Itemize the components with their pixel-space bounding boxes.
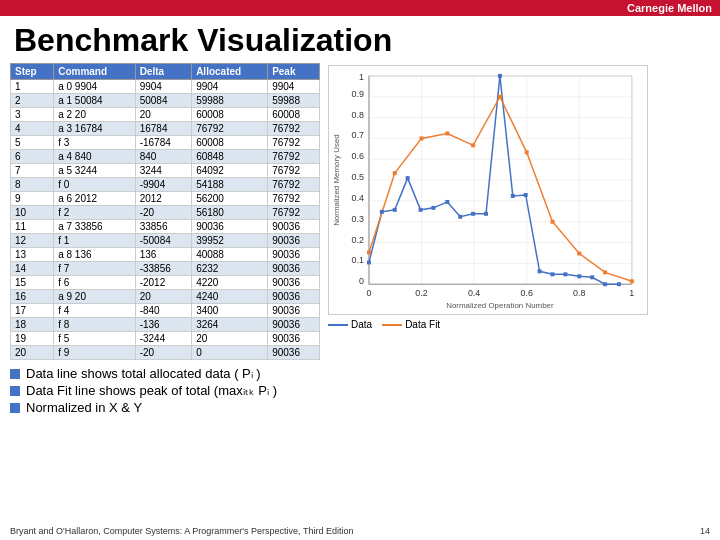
table-cell: -33856	[135, 262, 191, 276]
table-cell: 840	[135, 150, 191, 164]
table-cell: 20	[135, 290, 191, 304]
svg-rect-43	[431, 206, 435, 210]
table-cell: 3400	[192, 304, 268, 318]
table-cell: a 5 3244	[54, 164, 135, 178]
svg-rect-68	[630, 279, 634, 283]
table-row: 5f 3-167846000876792	[11, 136, 320, 150]
table-cell: 12	[11, 234, 54, 248]
table-cell: 4	[11, 122, 54, 136]
svg-text:1: 1	[359, 72, 364, 82]
bullet-text-3: Normalized in X & Y	[26, 400, 142, 415]
table-cell: 9904	[135, 80, 191, 94]
table-cell: 90036	[268, 290, 320, 304]
col-delta: Delta	[135, 64, 191, 80]
svg-rect-39	[380, 210, 384, 214]
table-cell: 18	[11, 318, 54, 332]
table-cell: 56180	[192, 206, 268, 220]
table-cell: a 6 2012	[54, 192, 135, 206]
table-row: 1a 0 9904990499049904	[11, 80, 320, 94]
table-cell: 76792	[268, 164, 320, 178]
table-cell: 9904	[192, 80, 268, 94]
svg-rect-67	[603, 270, 607, 274]
table-cell: 17	[11, 304, 54, 318]
table-cell: 59988	[192, 94, 268, 108]
table-cell: 3	[11, 108, 54, 122]
svg-text:0.4: 0.4	[352, 193, 364, 203]
svg-text:0.3: 0.3	[352, 214, 364, 224]
bullets-section: Data line shows total allocated data ( P…	[0, 360, 720, 423]
chart-svg: 0 0.1 0.2 0.3 0.4 0.5 0.6 0.7 0.8 0.9 1 …	[329, 66, 647, 314]
table-cell: 9	[11, 192, 54, 206]
svg-text:0.4: 0.4	[468, 288, 480, 298]
svg-text:0.8: 0.8	[352, 110, 364, 120]
table-cell: 20	[135, 108, 191, 122]
table-cell: 4220	[192, 276, 268, 290]
svg-text:0.7: 0.7	[352, 130, 364, 140]
table-cell: 90036	[268, 220, 320, 234]
svg-rect-46	[471, 212, 475, 216]
table-cell: 11	[11, 220, 54, 234]
svg-rect-48	[498, 74, 502, 78]
bullet-text-1: Data line shows total allocated data ( P…	[26, 366, 261, 381]
table-cell: f 6	[54, 276, 135, 290]
table-section: Step Command Delta Allocated Peak 1a 0 9…	[10, 63, 320, 360]
table-cell: 50084	[135, 94, 191, 108]
table-cell: 60008	[192, 108, 268, 122]
table-row: 7a 5 324432446409276792	[11, 164, 320, 178]
table-row: 15f 6-2012422090036	[11, 276, 320, 290]
table-cell: 13	[11, 248, 54, 262]
svg-rect-54	[577, 274, 581, 278]
table-cell: a 4 840	[54, 150, 135, 164]
col-step: Step	[11, 64, 54, 80]
svg-text:Normalized Memory Used: Normalized Memory Used	[332, 134, 341, 226]
table-row: 19f 5-32442090036	[11, 332, 320, 346]
svg-rect-38	[367, 260, 371, 264]
table-cell: -9904	[135, 178, 191, 192]
bullet-item-1: Data line shows total allocated data ( P…	[10, 366, 710, 381]
table-cell: a 2 20	[54, 108, 135, 122]
table-cell: a 0 9904	[54, 80, 135, 94]
svg-text:0.8: 0.8	[573, 288, 585, 298]
data-table: Step Command Delta Allocated Peak 1a 0 9…	[10, 63, 320, 360]
table-cell: 40088	[192, 248, 268, 262]
table-row: 18f 8-136326490036	[11, 318, 320, 332]
table-cell: f 7	[54, 262, 135, 276]
table-cell: 54188	[192, 178, 268, 192]
table-cell: 2	[11, 94, 54, 108]
table-row: 11a 7 33856338569003690036	[11, 220, 320, 234]
svg-rect-40	[393, 208, 397, 212]
table-cell: 90036	[268, 332, 320, 346]
table-cell: 90036	[268, 248, 320, 262]
table-cell: 19	[11, 332, 54, 346]
svg-rect-47	[484, 212, 488, 216]
table-cell: 20	[192, 332, 268, 346]
bullet-icon-1	[10, 369, 20, 379]
bullet-item-2: Data Fit line shows peak of total (maxᵢₜ…	[10, 383, 710, 398]
table-cell: f 9	[54, 346, 135, 360]
table-cell: 76792	[268, 136, 320, 150]
legend-data-label: Data	[351, 319, 372, 330]
col-allocated: Allocated	[192, 64, 268, 80]
table-cell: 90036	[268, 234, 320, 248]
bullet-icon-3	[10, 403, 20, 413]
svg-text:0.9: 0.9	[352, 89, 364, 99]
svg-rect-52	[550, 272, 554, 276]
table-cell: 56200	[192, 192, 268, 206]
svg-rect-58	[367, 251, 371, 255]
table-cell: 33856	[135, 220, 191, 234]
table-cell: 90036	[268, 318, 320, 332]
table-row: 9a 6 201220125620076792	[11, 192, 320, 206]
table-cell: 60008	[268, 108, 320, 122]
svg-rect-49	[511, 194, 515, 198]
footer: Bryant and O'Hallaron, Computer Systems:…	[10, 526, 710, 536]
table-cell: 5	[11, 136, 54, 150]
table-cell: 90036	[268, 262, 320, 276]
table-row: 12f 1-500843995290036	[11, 234, 320, 248]
table-cell: f 1	[54, 234, 135, 248]
table-cell: 39952	[192, 234, 268, 248]
table-cell: 90036	[268, 276, 320, 290]
table-cell: a 1 50084	[54, 94, 135, 108]
table-row: 4a 3 16784167847679276792	[11, 122, 320, 136]
table-cell: 8	[11, 178, 54, 192]
table-cell: 90036	[268, 304, 320, 318]
